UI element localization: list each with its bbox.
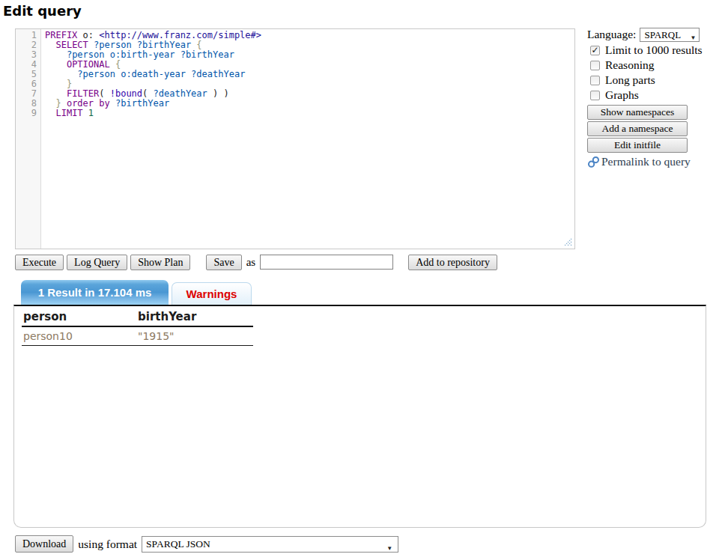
- sidebar-button[interactable]: Edit initfile: [587, 138, 688, 153]
- log-query-button[interactable]: Log Query: [67, 255, 127, 270]
- code-line: ?person o:death-year ?deathYear: [45, 70, 574, 79]
- sidebar-button[interactable]: Show namespaces: [587, 105, 688, 120]
- download-button[interactable]: Download: [15, 535, 73, 553]
- checkbox[interactable]: ✓: [590, 46, 600, 55]
- code-line: LIMIT 1: [45, 109, 574, 118]
- code-line: } order by ?birthYear: [45, 99, 574, 109]
- permalink-label: Permalink to query: [601, 155, 691, 168]
- checkbox-row: Graphs: [587, 88, 707, 103]
- results-header-row: personbirthYear: [22, 308, 253, 326]
- language-row: Language: SPARQL ▼: [587, 27, 707, 42]
- language-select[interactable]: SPARQL ▼: [640, 28, 700, 42]
- save-button[interactable]: Save: [206, 255, 241, 270]
- query-editor[interactable]: 123456789 PREFIX o: <http://www.franz.co…: [15, 28, 575, 249]
- line-number: 9: [16, 109, 37, 118]
- checkbox[interactable]: [590, 61, 600, 70]
- chevron-down-icon: ▼: [386, 541, 392, 556]
- checkbox-label: Limit to 1000 results: [605, 43, 703, 57]
- checkbox-label: Graphs: [605, 88, 639, 102]
- language-select-value: SPARQL: [644, 29, 681, 40]
- code-line: ?person o:birth-year ?birthYear: [45, 50, 574, 60]
- show-plan-button[interactable]: Show Plan: [130, 255, 190, 270]
- sidebar-buttons: Show namespacesAdd a namespaceEdit initf…: [587, 105, 707, 153]
- format-select[interactable]: SPARQL JSON ▼: [142, 536, 398, 553]
- checkbox[interactable]: [590, 76, 600, 85]
- checkbox[interactable]: [590, 91, 600, 100]
- download-bar: Download using format SPARQL JSON ▼: [15, 535, 398, 553]
- results-body: person10"1915": [22, 326, 253, 346]
- page-title: Edit query: [3, 3, 82, 19]
- checkbox-label: Reasoning: [605, 58, 654, 72]
- chevron-down-icon: ▼: [691, 31, 697, 44]
- resize-handle-icon[interactable]: [563, 237, 572, 246]
- results-panel: personbirthYear person10"1915": [13, 305, 706, 528]
- link-icon: [587, 156, 600, 168]
- permalink-to-query-link[interactable]: Permalink to query: [587, 155, 707, 168]
- save-as-input[interactable]: [260, 255, 393, 270]
- tab-warnings[interactable]: Warnings: [172, 282, 252, 305]
- value-cell: "1915": [136, 326, 253, 346]
- checkbox-row: ✓Limit to 1000 results: [587, 43, 707, 58]
- column-header: person: [22, 308, 136, 326]
- editor-code[interactable]: PREFIX o: <http://www.franz.com/simple#>…: [41, 29, 574, 249]
- results-tabs: 1 Result in 17.104 ms Warnings: [21, 280, 252, 305]
- query-options-sidebar: Language: SPARQL ▼ ✓Limit to 1000 result…: [587, 27, 707, 168]
- results-table: personbirthYear person10"1915": [22, 308, 253, 346]
- resource-cell[interactable]: person10: [22, 326, 136, 346]
- tab-results[interactable]: 1 Result in 17.104 ms: [21, 280, 169, 305]
- table-row: person10"1915": [22, 326, 253, 346]
- using-format-label: using format: [78, 538, 137, 551]
- save-as-label: as: [242, 256, 261, 269]
- query-actions: Execute Log Query Show Plan Save as Add …: [15, 254, 497, 270]
- language-label: Language:: [587, 28, 636, 41]
- execute-button[interactable]: Execute: [15, 255, 64, 270]
- sidebar-checkboxes: ✓Limit to 1000 resultsReasoningLong part…: [587, 43, 707, 103]
- checkbox-row: Long parts: [587, 73, 707, 88]
- add-to-repository-button[interactable]: Add to repository: [408, 255, 497, 270]
- editor-gutter: 123456789: [16, 29, 41, 249]
- format-select-value: SPARQL JSON: [146, 538, 210, 550]
- checkbox-label: Long parts: [605, 73, 655, 87]
- column-header: birthYear: [136, 308, 253, 326]
- checkbox-row: Reasoning: [587, 58, 707, 73]
- sidebar-button[interactable]: Add a namespace: [587, 121, 688, 136]
